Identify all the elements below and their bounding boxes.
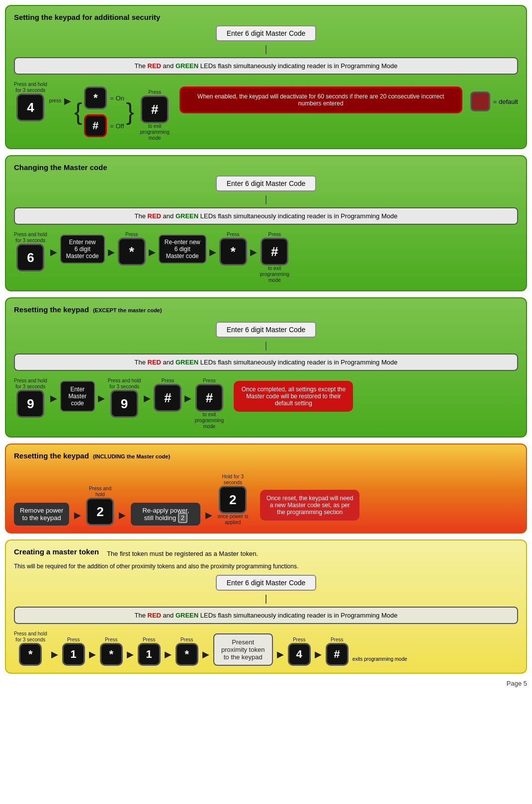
arrow-5c: ▶ — [127, 649, 134, 660]
press-label-1: press — [49, 98, 61, 104]
security-info-text: When enabled, the keypad will deactivate… — [197, 93, 444, 107]
key-2b-btn: 2 — [219, 486, 247, 514]
press-hold-label-4: Press andhold — [89, 486, 111, 498]
press-label-5f: Press — [331, 637, 344, 643]
star-key5c-wrap: Press * — [176, 637, 198, 666]
arrow-5e: ▶ — [202, 649, 209, 660]
reset-including-subtitle: (INCLUDING the Master code) — [93, 453, 170, 459]
hash-exit2-wrap: Press # to exitprogrammingmode — [260, 232, 289, 283]
reset-including-info: Once reset, the keypad will need a new M… — [260, 490, 359, 521]
led-green-3: GREEN — [176, 358, 198, 366]
led-red-3: RED — [148, 358, 161, 366]
led-box-1: The RED and GREEN LEDs flash simultaneou… — [14, 57, 518, 75]
to-exit-label-3: to exitprogrammingmode — [194, 412, 224, 430]
enter-new-box: Enter new6 digitMaster code — [60, 235, 105, 264]
default-label: = default — [493, 98, 518, 105]
press-label-5a: Press — [67, 637, 80, 643]
press-star2-label: Press — [227, 232, 240, 238]
reenter-wrap: Re-enter new6 digitMaster code — [159, 235, 206, 264]
led-red-5: RED — [148, 612, 161, 619]
reenter-box: Re-enter new6 digitMaster code — [159, 235, 206, 264]
arrow-5b: ▶ — [89, 649, 96, 660]
hash-exit5-wrap: Press # — [326, 637, 349, 666]
security-info-box: When enabled, the keypad will deactivate… — [179, 87, 462, 113]
arrow-3c: ▶ — [144, 393, 151, 404]
arrow-2d: ▶ — [209, 247, 216, 258]
reapply-box: Re-apply power,still holding 2 — [131, 503, 200, 526]
master-code-title: Changing the Master code — [14, 163, 518, 172]
key4-wrap: Press and holdfor 3 seconds 4 — [14, 82, 47, 121]
press-label-3a: Press — [162, 378, 175, 384]
led-pre-1: The — [135, 62, 148, 70]
key-4-btn: 4 — [16, 93, 44, 121]
arrow-5a: ▶ — [51, 649, 58, 660]
arrow-2e: ▶ — [250, 247, 257, 258]
key6-wrap: Press and holdfor 3 seconds 6 — [14, 232, 47, 271]
arrow-5f: ▶ — [277, 649, 284, 660]
press-hash-label: Press — [268, 232, 281, 238]
reset-except-info-text: Once completed, all settings except the … — [242, 386, 346, 407]
hash-btn-3a: # — [154, 384, 181, 412]
press-hold-label-2: Press and holdfor 3 seconds — [14, 232, 47, 244]
enter-master-box: EnterMastercode — [60, 381, 95, 412]
master-code-box-1: Enter 6 digit Master Code — [216, 25, 317, 41]
press-star2-wrap: Press * — [219, 232, 247, 266]
arrow-3b: ▶ — [98, 393, 105, 404]
arrow-1: ▶ — [64, 95, 71, 106]
press-star-label: Press — [125, 232, 138, 238]
reset-including-title: Resetting the keypad — [14, 451, 89, 460]
star-key-5b: * — [100, 643, 123, 666]
enter-new-wrap: Enter new6 digitMaster code — [60, 235, 105, 264]
reset-except-info: Once completed, all settings except the … — [234, 381, 353, 412]
arrow-2b: ▶ — [108, 247, 115, 258]
star-key-3: * — [219, 238, 247, 266]
arrow-4c: ▶ — [205, 510, 212, 521]
star-key-1: * — [84, 87, 107, 109]
press-label-5d: Press — [180, 637, 193, 643]
arrow-3d: ▶ — [184, 393, 191, 404]
key-1a-btn: 1 — [62, 643, 85, 666]
led-box-2: The RED and GREEN LEDs flash simultaneou… — [14, 207, 518, 225]
remove-power-box: Remove powerto the keypad — [14, 503, 69, 526]
present-token-box: Presentproximity tokento the keypad — [213, 633, 273, 666]
reset-except-section: Resetting the keypad (EXCEPT the master … — [5, 297, 527, 438]
to-exit-label-1: to exitprogrammingmode — [140, 123, 170, 141]
remove-power-wrap: Remove powerto the keypad — [14, 503, 69, 526]
star-key5-wrap: Press and holdfor 3 seconds * — [14, 631, 47, 666]
reset-except-title: Resetting the keypad — [14, 305, 89, 314]
hash-exit3-wrap: Press # to exitprogrammingmode — [194, 378, 224, 430]
page-number: Page 5 — [5, 680, 527, 687]
led-green-1: GREEN — [176, 62, 198, 70]
press-star-wrap: Press * — [118, 232, 146, 266]
key-1b-btn: 1 — [138, 643, 161, 666]
key9-wrap: Press and holdfor 3 seconds 9 — [14, 378, 47, 418]
key4-wrap-5: Press 4 — [288, 637, 311, 666]
reset-including-info-text: Once reset, the keypad will need a new M… — [266, 495, 353, 516]
arrow-4a: ▶ — [74, 510, 81, 521]
once-power-label: once power isapplied — [217, 514, 248, 526]
master-code-box-5: Enter 6 digit Master Code — [216, 575, 317, 591]
led-red-2: RED — [148, 212, 161, 220]
press-label-3b: Press — [203, 378, 216, 384]
arrow-5g: ▶ — [315, 649, 322, 660]
hash-exit-3: # — [195, 384, 223, 412]
arrow-2a: ▶ — [50, 247, 57, 258]
reset-except-subtitle: (EXCEPT the master code) — [93, 307, 162, 313]
exits-label: exits programming mode — [353, 656, 407, 662]
key-6-btn: 6 — [16, 244, 44, 271]
led-box-3: The RED and GREEN LEDs flash simultaneou… — [14, 354, 518, 371]
to-exit-label-2: to exitprogrammingmode — [260, 266, 289, 283]
close-brace: } — [126, 100, 134, 124]
security-title: Setting the keypad for additional securi… — [14, 13, 518, 21]
master-token-note2: This will be required for the addition o… — [14, 563, 518, 570]
press-hold-label-3b: Press and holdfor 3 seconds — [108, 378, 141, 390]
on-label: = On — [110, 94, 124, 102]
press-label-2: Press — [148, 89, 161, 95]
press-hold-label-3: Press and holdfor 3 seconds — [14, 378, 47, 390]
security-section: Setting the keypad for additional securi… — [5, 5, 527, 149]
key1b-wrap: Press 1 — [138, 637, 161, 666]
off-label: = Off — [110, 122, 124, 130]
led-box-5: The RED and GREEN LEDs flash simultaneou… — [14, 607, 518, 624]
hash-key-1: # — [84, 114, 107, 137]
present-token-wrap: Presentproximity tokento the keypad — [213, 633, 273, 666]
